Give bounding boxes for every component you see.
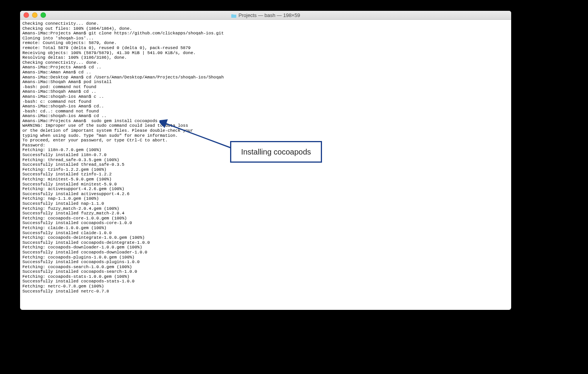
terminal-line: Checking connectivity... done. [22, 60, 509, 65]
terminal-line: Amans-iMac:shoqah-ios Aman$ cd .. [22, 114, 509, 119]
terminal-line: Fetching: cocoapods-search-1.0.0.gem (10… [22, 265, 509, 270]
terminal-line: Fetching: cocoapods-downloader-1.0.0.gem… [22, 245, 509, 250]
terminal-line: Successfully installed claide-1.0.0 [22, 231, 509, 236]
terminal-line: Fetching: cocoapods-deintegrate-1.0.0.ge… [22, 235, 509, 240]
annotation-label: Installing cocoapods [241, 148, 311, 156]
terminal-line: WARNING: Improper use of the sudo comman… [22, 123, 509, 128]
terminal-line: Successfully installed netrc-0.7.8 [22, 289, 509, 294]
terminal-line: Fetching: fuzzy_match-2.0.4.gem (100%) [22, 206, 509, 211]
terminal-line: Resolving deltas: 100% (3186/3186), done… [22, 55, 509, 60]
terminal-line: typing when using sudo. Type "man sudo" … [22, 133, 509, 138]
terminal-line: Fetching: cocoapods-core-1.0.0.gem (100%… [22, 216, 509, 221]
terminal-line: Amans-iMac:shoqah-ios Aman$ cd.. [22, 104, 509, 109]
terminal-line: Successfully installed cocoapods-plugins… [22, 260, 509, 265]
titlebar[interactable]: Projects — bash — 198×59 [20, 11, 511, 20]
window-title: Projects — bash — 198×59 [20, 12, 511, 18]
terminal-line: Successfully installed cocoapods-downloa… [22, 250, 509, 255]
terminal-line: Amans-iMac:shoqah-ios Aman$ c .. [22, 94, 509, 99]
terminal-line: Successfully installed nap-1.1.0 [22, 201, 509, 206]
terminal-line: Amans-iMac:Desktop Aman$ cd /Users/Aman/… [22, 75, 509, 80]
terminal-output[interactable]: Checking connectivity... done.Checking o… [20, 20, 511, 310]
terminal-line: Amans-iMac:Projects Aman$ git clone http… [22, 31, 509, 36]
terminal-line: Checking out files: 100% (1864/1864), do… [22, 26, 509, 31]
terminal-line: remote: Total 5879 (delta 0), reused 0 (… [22, 46, 509, 51]
terminal-line: remote: Counting objects: 5879, done. [22, 41, 509, 46]
terminal-line: Amans-iMac:Shoqah Aman$ pod install [22, 80, 509, 85]
terminal-line: -bash: c: command not found [22, 99, 509, 104]
terminal-line: Amans-iMac:Shoqah Aman$ cd .. [22, 89, 509, 94]
terminal-line: Fetching: cocoapods-plugins-1.0.0.gem (1… [22, 255, 509, 260]
folder-icon [231, 13, 237, 17]
terminal-line: Successfully installed minitest-5.9.0 [22, 182, 509, 187]
terminal-line: Successfully installed cocoapods-stats-1… [22, 279, 509, 284]
terminal-line: Successfully installed thread_safe-0.3.5 [22, 162, 509, 167]
annotation-callout: Installing cocoapods [230, 141, 322, 163]
terminal-line: Fetching: tzinfo-1.2.2.gem (100%) [22, 167, 509, 172]
terminal-line: Successfully installed cocoapods-core-1.… [22, 221, 509, 226]
terminal-line: -bash: cd..: command not found [22, 109, 509, 114]
terminal-line: Amans-iMac:Projects Aman$ sudo gem insta… [22, 119, 509, 124]
minimize-icon[interactable] [32, 12, 37, 18]
terminal-line: Amans-iMac:Projects Aman$ cd .. [22, 65, 509, 70]
terminal-line: or the deletion of important system file… [22, 128, 509, 133]
terminal-line: Fetching: activesupport-4.2.6.gem (100%) [22, 187, 509, 192]
terminal-line: Successfully installed fuzzy_match-2.0.4 [22, 211, 509, 216]
terminal-line: Receiving objects: 100% (5879/5879), 41.… [22, 51, 509, 56]
zoom-icon[interactable] [41, 12, 46, 18]
close-icon[interactable] [24, 12, 29, 18]
terminal-line: Amans-iMac:Aman Aman$ cd .. [22, 70, 509, 75]
terminal-line: Fetching: netrc-0.7.8.gem (100%) [22, 284, 509, 289]
window-title-text: Projects — bash — 198×59 [239, 12, 300, 18]
terminal-line: Fetching: claide-1.0.0.gem (100%) [22, 226, 509, 231]
terminal-line: -bash: pod: command not found [22, 85, 509, 90]
terminal-line: Successfully installed tzinfo-1.2.2 [22, 172, 509, 177]
terminal-line: Fetching: nap-1.1.0.gem (100%) [22, 196, 509, 201]
terminal-line: Fetching: cocoapods-stats-1.0.0.gem (100… [22, 274, 509, 279]
terminal-line: Successfully installed cocoapods-search-… [22, 269, 509, 274]
terminal-line: Cloning into 'shoqah-ios'... [22, 36, 509, 41]
terminal-line: Fetching: minitest-5.9.0.gem (100%) [22, 177, 509, 182]
traffic-lights [20, 12, 46, 18]
terminal-line: Checking connectivity... done. [22, 21, 509, 26]
terminal-line: Successfully installed activesupport-4.2… [22, 192, 509, 197]
terminal-line: Successfully installed cocoapods-deinteg… [22, 240, 509, 245]
